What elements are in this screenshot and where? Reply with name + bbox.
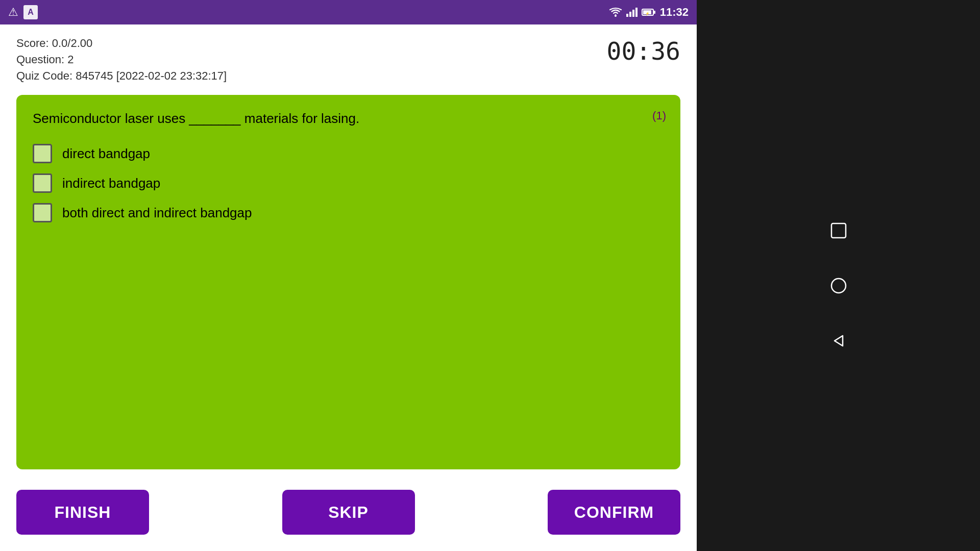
- svg-rect-1: [626, 14, 628, 17]
- battery-icon: ⚡: [642, 8, 656, 17]
- nav-back-icon[interactable]: [826, 329, 851, 353]
- question-text: Semiconductor laser uses _______ materia…: [33, 111, 359, 126]
- clock-time: 11:32: [660, 6, 689, 19]
- confirm-button[interactable]: CONFIRM: [548, 490, 680, 535]
- svg-point-0: [615, 15, 617, 17]
- status-bar-right: ⚡ 11:32: [609, 6, 689, 19]
- question-label: Question: 2: [16, 53, 227, 66]
- question-card: Semiconductor laser uses _______ materia…: [16, 95, 680, 469]
- status-bar: ⚠ A ⚡: [0, 0, 697, 24]
- svg-text:⚡: ⚡: [645, 11, 649, 16]
- option-label-2: indirect bandgap: [62, 176, 160, 191]
- quiz-info: Score: 0.0/2.00 Question: 2 Quiz Code: 8…: [0, 24, 697, 91]
- svg-marker-11: [835, 336, 843, 346]
- bottom-buttons: FINISH SKIP CONFIRM: [0, 482, 697, 551]
- svg-point-10: [831, 279, 846, 293]
- score-label: Score: 0.0/2.00: [16, 37, 227, 50]
- marks-badge: (1): [652, 109, 666, 122]
- font-a-icon: A: [23, 5, 38, 19]
- warning-icon: ⚠: [8, 6, 18, 19]
- checkbox-3[interactable]: [33, 203, 52, 222]
- status-bar-left: ⚠ A: [8, 5, 38, 19]
- nav-circle-icon[interactable]: [826, 273, 851, 298]
- quizcode-label: Quiz Code: 845745 [2022-02-02 23:32:17]: [16, 69, 227, 83]
- phone-sidebar: [697, 0, 980, 551]
- nav-square-icon[interactable]: [826, 218, 851, 243]
- svg-rect-4: [635, 8, 638, 17]
- svg-rect-9: [831, 223, 846, 238]
- svg-rect-2: [629, 12, 631, 17]
- option-item-3[interactable]: both direct and indirect bandgap: [33, 203, 664, 222]
- option-label-3: both direct and indirect bandgap: [62, 205, 252, 221]
- timer-display: 00:36: [607, 37, 681, 65]
- quiz-meta: Score: 0.0/2.00 Question: 2 Quiz Code: 8…: [16, 37, 227, 83]
- checkbox-1[interactable]: [33, 144, 52, 163]
- option-item-2[interactable]: indirect bandgap: [33, 173, 664, 193]
- main-content: ⚠ A ⚡: [0, 0, 697, 551]
- option-label-1: direct bandgap: [62, 146, 150, 162]
- svg-rect-7: [654, 11, 655, 14]
- signal-icon: [626, 8, 638, 17]
- finish-button[interactable]: FINISH: [16, 490, 149, 535]
- options-list: direct bandgap indirect bandgap both dir…: [33, 144, 664, 222]
- wifi-icon: [609, 7, 622, 17]
- option-item-1[interactable]: direct bandgap: [33, 144, 664, 163]
- svg-rect-3: [632, 10, 634, 17]
- skip-button[interactable]: SKIP: [282, 490, 415, 535]
- checkbox-2[interactable]: [33, 173, 52, 193]
